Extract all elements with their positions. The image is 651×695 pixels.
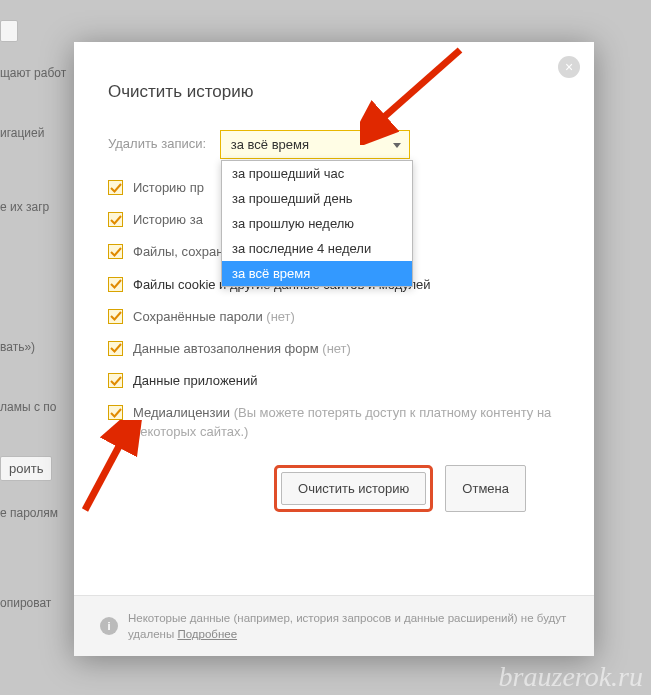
bg-text: е их загр xyxy=(0,200,49,214)
dialog-title: Очистить историю xyxy=(108,82,560,102)
checkbox-label: Историю за xyxy=(133,211,203,229)
footer-text: Некоторые данные (например, история запр… xyxy=(128,610,568,642)
svg-line-0 xyxy=(375,50,460,125)
cancel-button[interactable]: Отмена xyxy=(445,465,526,512)
dropdown-item-selected[interactable]: за всё время xyxy=(222,261,412,286)
bg-text: ламы с по xyxy=(0,400,56,414)
close-icon[interactable]: × xyxy=(558,56,580,78)
info-icon: i xyxy=(100,617,118,635)
bg-button[interactable]: роить xyxy=(0,456,52,481)
dropdown-item[interactable]: за последние 4 недели xyxy=(222,236,412,261)
bg-text: вать») xyxy=(0,340,35,354)
checkbox[interactable] xyxy=(108,373,123,388)
checkbox[interactable] xyxy=(108,309,123,324)
select-label: Удалить записи: xyxy=(108,136,206,151)
dropdown-item[interactable]: за прошлую неделю xyxy=(222,211,412,236)
time-range-dropdown: за прошедший час за прошедший день за пр… xyxy=(221,160,413,287)
checkbox-row: Медиалицензии (Вы можете потерять доступ… xyxy=(108,404,560,440)
checkbox-label: Данные автозаполнения форм (нет) xyxy=(133,340,351,358)
clear-history-dialog: × Очистить историю Удалить записи: за вс… xyxy=(74,42,594,656)
svg-line-1 xyxy=(85,435,125,510)
highlight-box: Очистить историю xyxy=(274,465,433,512)
footer-link[interactable]: Подробнее xyxy=(177,628,237,640)
bg-text: щают работ xyxy=(0,66,66,80)
bg-button-label: роить xyxy=(9,461,43,476)
select-value: за всё время xyxy=(231,137,309,152)
bg-text: игацией xyxy=(0,126,44,140)
bg-text: опироват xyxy=(0,596,51,610)
dropdown-item[interactable]: за прошедший день xyxy=(222,186,412,211)
checkbox[interactable] xyxy=(108,244,123,259)
bg-text: е паролям xyxy=(0,506,58,520)
checkbox-label: Медиалицензии (Вы можете потерять доступ… xyxy=(133,404,560,440)
checkbox[interactable] xyxy=(108,212,123,227)
watermark: brauzerok.ru xyxy=(499,661,643,693)
checkbox[interactable] xyxy=(108,277,123,292)
dialog-actions: Очистить историю Отмена xyxy=(108,465,560,512)
checkbox-row: Данные автозаполнения форм (нет) xyxy=(108,340,560,358)
dialog-footer: i Некоторые данные (например, история за… xyxy=(74,595,594,656)
dropdown-item[interactable]: за прошедший час xyxy=(222,161,412,186)
annotation-arrow-2 xyxy=(70,420,160,520)
annotation-arrow-1 xyxy=(360,40,470,145)
checkbox[interactable] xyxy=(108,341,123,356)
primary-button-label: Очистить историю xyxy=(298,481,409,496)
checkbox[interactable] xyxy=(108,180,123,195)
clear-history-button[interactable]: Очистить историю xyxy=(281,472,426,505)
time-range-row: Удалить записи: за всё время за прошедши… xyxy=(108,130,560,159)
bg-button-partial xyxy=(0,20,18,42)
checkbox-label: Историю пр xyxy=(133,179,204,197)
checkbox[interactable] xyxy=(108,405,123,420)
checkbox-label: Сохранённые пароли (нет) xyxy=(133,308,295,326)
checkbox-row: Данные приложений xyxy=(108,372,560,390)
checkbox-label: Данные приложений xyxy=(133,372,258,390)
cancel-button-label: Отмена xyxy=(462,481,509,496)
checkbox-row: Сохранённые пароли (нет) xyxy=(108,308,560,326)
